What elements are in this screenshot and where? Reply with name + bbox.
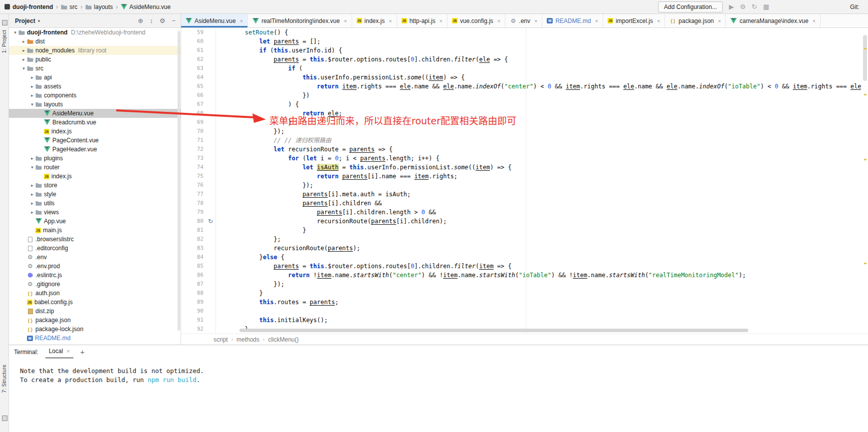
terminal-output[interactable]: Note that the development build is not o… (9, 359, 868, 385)
close-tab-icon[interactable]: × (439, 18, 442, 24)
chevron-icon[interactable]: ▾ (12, 28, 18, 37)
gear-icon[interactable]: ⚙ (160, 17, 166, 24)
tree-item[interactable]: ▸plugins (9, 154, 181, 163)
editor-tab[interactable]: JSvue.config.js× (447, 14, 505, 27)
editor-breadcrumb-item[interactable]: clickMenu() (268, 336, 298, 343)
tree-item[interactable]: ⚙.env (9, 253, 181, 262)
code-line[interactable]: if ( (216, 64, 861, 73)
line-number[interactable]: 91 (181, 316, 216, 325)
tree-item[interactable]: ▾layouts (9, 100, 181, 109)
line-number[interactable]: 60 (181, 37, 216, 46)
warning-stripe-mark[interactable] (864, 159, 867, 160)
editor-breadcrumb-item[interactable]: methods (236, 336, 259, 343)
git-label[interactable]: Git: (850, 3, 860, 10)
tree-item[interactable]: MREADME.md (9, 334, 181, 343)
line-number[interactable]: 87 (181, 280, 216, 289)
line-number[interactable]: 81 (181, 226, 216, 235)
editor-tab[interactable]: JShttp-api.js× (397, 14, 447, 27)
line-number[interactable]: 68 (181, 109, 216, 118)
code-line[interactable]: parents[i].children && (216, 199, 861, 208)
code-line[interactable]: recursionRoute(parents[i].children); (216, 217, 861, 226)
stripe-project-button[interactable]: 1: Project (1, 30, 7, 53)
stripe-structure-button[interactable]: 7: Structure (1, 365, 7, 393)
tree-item[interactable]: ▸api (9, 73, 181, 82)
line-number[interactable]: 62 (181, 55, 216, 64)
line-number[interactable]: 74 (181, 163, 216, 172)
code-line[interactable]: }) (216, 91, 861, 100)
run-icon[interactable]: ▶ (729, 3, 734, 10)
tree-item[interactable]: ▸views (9, 208, 181, 217)
tree-item[interactable]: JSmain.js (9, 226, 181, 235)
chevron-icon[interactable]: ▾ (29, 100, 35, 109)
line-number[interactable]: 75 (181, 172, 216, 181)
tree-item[interactable]: { }auth.json (9, 289, 181, 298)
line-number[interactable]: 83 (181, 244, 216, 253)
chevron-icon[interactable]: ▸ (29, 190, 35, 199)
line-number[interactable]: 80↻ (181, 217, 216, 226)
close-tab-icon[interactable]: × (718, 18, 721, 24)
code-line[interactable]: parents[i].meta.auth = isAuth; (216, 190, 861, 199)
tree-item[interactable]: PageHeader.vue (9, 145, 181, 154)
code-line[interactable]: parents = this.$router.options.routes[0]… (216, 55, 861, 64)
tree-item[interactable]: AsideMenu.vue (9, 109, 181, 118)
line-number[interactable]: 84 (181, 253, 216, 262)
tree-item[interactable]: ▸utils (9, 199, 181, 208)
new-terminal-icon[interactable]: + (80, 348, 85, 356)
editor-tab[interactable]: MREADME.md× (542, 14, 603, 27)
line-number[interactable]: 90 (181, 307, 216, 316)
refresh-icon[interactable]: ↻ (752, 3, 757, 10)
tree-item[interactable]: Breadcrumb.vue (9, 118, 181, 127)
horizontal-scrollbar[interactable] (239, 329, 748, 332)
close-icon[interactable]: × (66, 348, 69, 354)
breadcrumb-item[interactable]: duoji-frontend (4, 3, 53, 10)
tree-item[interactable]: ▸node_moduleslibrary root (9, 46, 181, 55)
tree-item[interactable]: ⚙.gitignore (9, 280, 181, 289)
chevron-down-icon[interactable]: ▾ (38, 18, 40, 23)
line-number[interactable]: 86 (181, 271, 216, 280)
line-number[interactable]: 92 (181, 325, 216, 334)
line-number[interactable]: 59 (181, 28, 216, 37)
line-number[interactable]: 88 (181, 289, 216, 298)
tree-item[interactable]: { }package-lock.json (9, 325, 181, 334)
close-tab-icon[interactable]: × (813, 18, 816, 24)
tree-item[interactable]: ▾duoji-frontendD:\zheheWeb\duoji-fronten… (9, 28, 181, 37)
line-number[interactable]: 73 (181, 154, 216, 163)
tree-item[interactable]: ▾router (9, 163, 181, 172)
tree-item[interactable]: App.vue (9, 217, 181, 226)
code-line[interactable]: }); (216, 280, 861, 289)
line-number[interactable]: 67 (181, 100, 216, 109)
line-number[interactable]: 65 (181, 82, 216, 91)
close-tab-icon[interactable]: × (497, 18, 500, 24)
chevron-icon[interactable]: ▸ (20, 37, 27, 46)
chevron-icon[interactable]: ▸ (29, 91, 35, 100)
warning-stripe-mark[interactable] (864, 48, 867, 49)
line-number[interactable]: 63 (181, 64, 216, 73)
code-line[interactable]: }); (216, 127, 861, 136)
chevron-icon[interactable]: ▸ (29, 181, 35, 190)
code-line[interactable]: this.routes = parents; (216, 298, 861, 307)
code-line[interactable]: for (let i = 0; i < parents.length; i++)… (216, 154, 861, 163)
code-line[interactable]: if (this.userInfo.id) { (216, 46, 861, 55)
line-number[interactable]: 77 (181, 190, 216, 199)
project-toolwindow-icon[interactable] (2, 20, 7, 25)
code-line[interactable]: parents[i].children.length > 0 && (216, 208, 861, 217)
editor-tab[interactable]: AsideMenu.vue× (181, 14, 248, 27)
code-line[interactable] (216, 307, 861, 316)
editor-breadcrumb-item[interactable]: script (214, 336, 228, 343)
tree-item[interactable]: ▾src (9, 64, 181, 73)
line-number[interactable]: 72 (181, 145, 216, 154)
close-tab-icon[interactable]: × (595, 18, 598, 24)
line-number[interactable]: 64 (181, 73, 216, 82)
code-line[interactable]: }else { (216, 253, 861, 262)
code-line[interactable]: // // 递归权限路由 (216, 136, 861, 145)
tree-item[interactable]: JSbabel.config.js (9, 298, 181, 307)
tree-item[interactable]: ▸style (9, 190, 181, 199)
tree-item[interactable]: JSindex.js (9, 127, 181, 136)
editor-tab[interactable]: { }package.json× (665, 14, 726, 27)
code-line[interactable]: return parents[i].name === item.rights; (216, 172, 861, 181)
tree-item[interactable]: .editorconfig (9, 244, 181, 253)
line-number[interactable]: 89 (181, 298, 216, 307)
code-region[interactable]: 5960616263646566676869707172737475767778… (181, 28, 868, 334)
chevron-icon[interactable]: ▸ (29, 208, 35, 217)
tree-item[interactable]: ▸components (9, 91, 181, 100)
